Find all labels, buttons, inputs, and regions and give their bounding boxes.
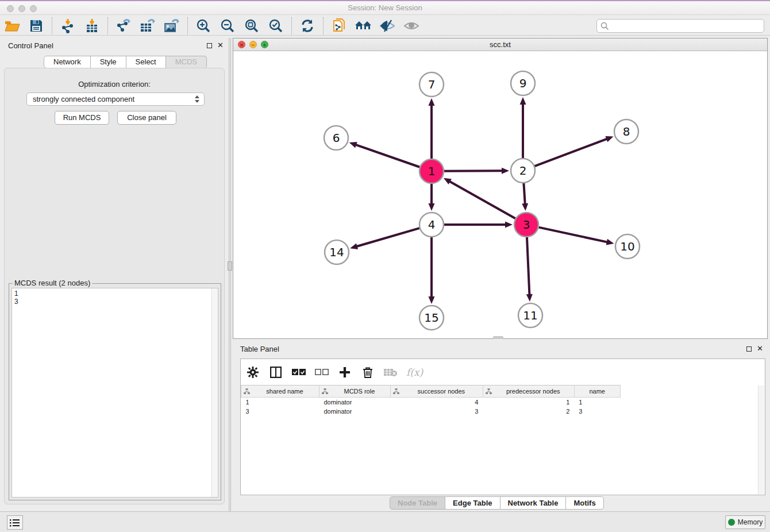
edge-1-6[interactable]	[349, 142, 420, 167]
zoom-fit-icon[interactable]	[242, 17, 261, 34]
tab-select[interactable]: Select	[126, 56, 166, 68]
column-header-shared-name[interactable]: shared name	[241, 385, 319, 398]
tab-motifs[interactable]: Motifs	[565, 496, 603, 510]
unselect-all-columns-icon[interactable]	[314, 365, 329, 380]
save-session-icon[interactable]	[26, 17, 46, 34]
node-10[interactable]: 10	[615, 234, 640, 259]
node-9[interactable]: 9	[511, 71, 535, 95]
function-builder-icon[interactable]: f(x)	[406, 367, 423, 378]
zoom-in-icon[interactable]	[194, 17, 213, 34]
open-session-icon[interactable]	[2, 17, 22, 34]
close-panel-button[interactable]: Close panel	[117, 111, 176, 125]
table-cell[interactable]: 2	[483, 407, 574, 416]
network-maximize-icon[interactable]: +	[261, 41, 268, 48]
clone-network-icon[interactable]	[329, 17, 349, 34]
table-row[interactable]: 3dominator323	[241, 407, 765, 416]
edge-4-14[interactable]	[350, 228, 419, 249]
edge-4-3[interactable]	[444, 222, 513, 228]
edge-1-4[interactable]	[429, 184, 435, 211]
node-14[interactable]: 14	[325, 240, 349, 264]
node-4[interactable]: 4	[419, 213, 444, 237]
add-column-icon[interactable]	[337, 365, 352, 380]
node-8[interactable]: 8	[614, 119, 638, 144]
edge-2-3[interactable]	[522, 183, 528, 211]
toggle-graphics-details-icon[interactable]	[378, 17, 397, 34]
table-cell[interactable]: 3	[574, 407, 620, 416]
edge-3-1[interactable]	[444, 178, 515, 218]
result-scrollbar[interactable]	[211, 288, 218, 497]
task-history-button[interactable]	[7, 515, 23, 530]
tab-node-table[interactable]: Node Table	[390, 496, 445, 510]
node-7[interactable]: 7	[419, 72, 444, 97]
table-scrollbar[interactable]	[758, 385, 764, 494]
network-canvas[interactable]: 7968124314101511	[233, 51, 767, 338]
node-2[interactable]: 2	[511, 159, 535, 183]
column-header-predecessor-nodes[interactable]: predecessor nodes	[483, 385, 574, 398]
search-input[interactable]	[609, 20, 764, 32]
refresh-layout-icon[interactable]	[298, 17, 317, 34]
hide-details-icon[interactable]	[402, 17, 421, 34]
tab-style[interactable]: Style	[90, 56, 126, 68]
edge-2-8[interactable]	[535, 136, 614, 166]
node-1[interactable]: 1	[419, 159, 444, 183]
table-mode-gear-icon[interactable]	[245, 365, 260, 380]
float-window-icon[interactable]	[746, 346, 752, 352]
panel-splitter[interactable]	[229, 38, 231, 511]
mcds-result-text[interactable]: 1 3	[11, 288, 218, 498]
export-network-icon[interactable]	[114, 17, 133, 34]
delete-table-icon[interactable]	[383, 365, 398, 380]
zoom-selected-icon[interactable]	[266, 17, 286, 34]
window-zoom-button[interactable]	[30, 5, 37, 12]
window-minimize-button[interactable]	[18, 5, 25, 12]
node-15[interactable]: 15	[419, 306, 444, 330]
table-cell[interactable]: 1	[483, 398, 574, 407]
edge-1-2[interactable]	[444, 168, 509, 174]
export-image-icon[interactable]	[162, 17, 182, 34]
memory-button[interactable]: Memory	[725, 515, 765, 529]
show-all-networks-icon[interactable]	[353, 17, 373, 34]
table-cell[interactable]: 1	[241, 398, 319, 407]
edge-3-11[interactable]	[526, 237, 533, 302]
close-panel-icon[interactable]: ✕	[757, 346, 763, 352]
node-3[interactable]: 3	[514, 213, 538, 237]
network-minimize-icon[interactable]: −	[249, 41, 257, 48]
network-close-icon[interactable]: ✕	[238, 41, 245, 48]
tab-network-table[interactable]: Network Table	[500, 496, 567, 510]
import-network-icon[interactable]	[58, 17, 78, 34]
column-header-name[interactable]: name	[574, 385, 620, 398]
edge-3-10[interactable]	[539, 228, 614, 245]
table-row[interactable]: 1dominator411	[241, 398, 765, 407]
float-window-icon[interactable]	[207, 43, 212, 48]
run-mcds-button[interactable]: Run MCDS	[55, 111, 109, 125]
search-field[interactable]	[596, 19, 764, 33]
import-table-icon[interactable]	[82, 17, 102, 34]
table-cell[interactable]: dominator	[319, 398, 390, 407]
network-window-titlebar[interactable]: ✕ − + scc.txt	[233, 38, 767, 51]
table-cell[interactable]: 4	[390, 398, 483, 407]
splitter-handle[interactable]	[228, 261, 232, 271]
select-all-columns-icon[interactable]	[291, 365, 306, 380]
window-close-button[interactable]	[7, 5, 14, 12]
table-cell[interactable]: 3	[390, 407, 483, 416]
export-table-icon[interactable]	[138, 17, 157, 34]
edge-4-15[interactable]	[429, 237, 435, 304]
tab-mcds[interactable]: MCDS	[165, 56, 207, 68]
delete-columns-icon[interactable]	[360, 365, 375, 380]
table-cell[interactable]: 3	[241, 407, 319, 416]
column-panel-icon[interactable]	[268, 365, 283, 380]
close-panel-icon[interactable]: ✕	[217, 43, 224, 48]
criterion-dropdown[interactable]: strongly connected component	[26, 92, 205, 106]
table-cell[interactable]: dominator	[319, 407, 390, 416]
edge-1-7[interactable]	[429, 98, 435, 159]
tab-network[interactable]: Network	[44, 56, 91, 68]
tab-edge-table[interactable]: Edge Table	[445, 496, 500, 510]
node-6[interactable]: 6	[324, 126, 348, 150]
edge-2-9[interactable]	[520, 97, 526, 158]
zoom-out-icon[interactable]	[218, 17, 237, 34]
table-cell[interactable]: 1	[574, 398, 620, 407]
canvas-scrollbar-handle[interactable]	[493, 336, 503, 339]
column-header-MCDS-role[interactable]: MCDS role	[319, 385, 390, 398]
column-header-successor-nodes[interactable]: successor nodes	[390, 385, 483, 398]
network-view-window: ✕ − + scc.txt 7968124314101511	[233, 38, 768, 339]
node-11[interactable]: 11	[518, 303, 542, 327]
